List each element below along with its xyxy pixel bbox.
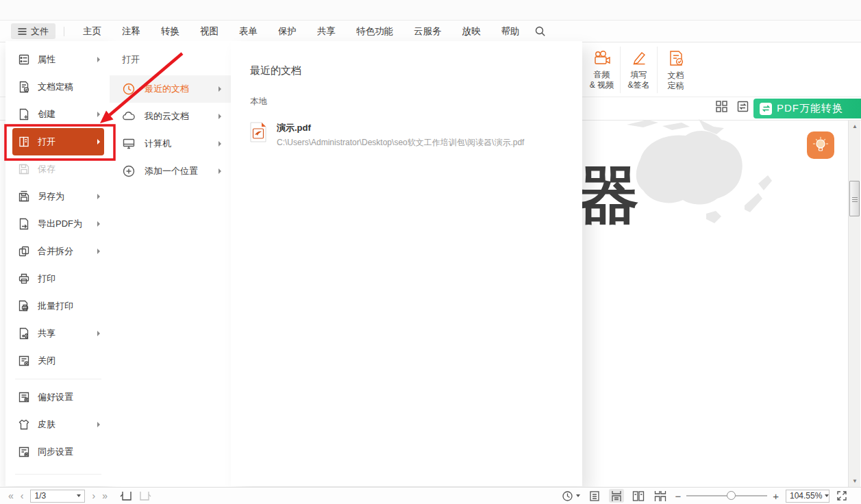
tab-convert[interactable]: 转换 (151, 21, 190, 42)
zoom-out-icon[interactable]: − (675, 490, 681, 502)
menu-divider (15, 379, 101, 379)
file-menu-item-share[interactable]: 共享 (12, 320, 104, 347)
file-menu-item-finalize[interactable]: 文档定稿 (12, 73, 104, 101)
tab-comment[interactable]: 注释 (112, 21, 151, 42)
recent-file-item[interactable]: 演示.pdf C:\Users\Administrator\Desktop\se… (250, 122, 582, 149)
audio-video-label-1: 音频 (590, 70, 614, 80)
add-place-icon (122, 164, 136, 178)
page-indicator: 1/3 (34, 491, 74, 501)
submenu-arrow (97, 249, 100, 254)
file-menu-label: 文件 (31, 25, 49, 38)
file-menu-item-open[interactable]: 打开 (12, 128, 104, 155)
vertical-scrollbar[interactable]: ▲ ▼ (848, 121, 860, 488)
title-bar (0, 0, 861, 21)
tab-cloud[interactable]: 云服务 (403, 21, 452, 42)
next-page-icon[interactable]: › (92, 491, 95, 501)
open-book-icon (18, 136, 30, 148)
file-menu-button[interactable]: 文件 (11, 23, 55, 39)
submenu-arrow (219, 141, 221, 147)
fill-sign-label-1: 填写 (627, 70, 649, 80)
tab-featured[interactable]: 特色功能 (346, 21, 403, 42)
file-menu-item-sync-settings[interactable]: 同步设置 (12, 438, 104, 466)
print-icon (18, 273, 30, 285)
save-icon (18, 163, 30, 175)
batch-print-icon (18, 300, 30, 312)
open-item-cloud-documents[interactable]: 我的云文档 (110, 103, 231, 130)
fill-sign-button[interactable]: 填写&签名 (621, 42, 657, 97)
scrollbar-thumb[interactable] (849, 181, 860, 216)
tab-protect[interactable]: 保护 (268, 21, 307, 42)
file-menu-item-skin[interactable]: 皮肤 (12, 411, 104, 438)
page-swap-icon[interactable] (736, 100, 749, 113)
file-menu-item-create[interactable]: 创建 (12, 101, 104, 128)
fill-sign-label-2: &签名 (627, 80, 649, 90)
submenu-arrow (219, 168, 221, 174)
single-page-view-icon[interactable] (587, 489, 602, 503)
local-section-label: 本地 (250, 96, 582, 108)
page-navigation: « ‹ 1/3 › » (8, 490, 151, 503)
file-menu-item-batch-print[interactable]: 批量打印 (12, 292, 104, 320)
pdf-convert-button[interactable]: PDF万能转换 (753, 99, 861, 118)
doc-export-icon (18, 218, 30, 230)
facing-continuous-view-icon[interactable] (653, 489, 668, 503)
doc-plus-icon (18, 108, 30, 121)
file-menu-item-preferences[interactable]: 偏好设置 (12, 383, 104, 411)
doc-close-icon (18, 355, 30, 367)
tab-view[interactable]: 视图 (190, 21, 229, 42)
submenu-arrow (97, 112, 100, 117)
zoom-in-icon[interactable]: + (773, 490, 779, 502)
page-combo-caret (77, 494, 81, 497)
file-menu-item-properties[interactable]: 属性 (12, 46, 104, 73)
scroll-up-icon[interactable]: ▲ (849, 121, 861, 131)
file-menu-item-print[interactable]: 打印 (12, 265, 104, 292)
first-page-icon[interactable]: « (8, 491, 14, 501)
tshirt-icon (18, 418, 30, 431)
tab-help[interactable]: 帮助 (491, 21, 530, 42)
open-item-recent-documents[interactable]: 最近的文档 (110, 75, 231, 103)
tips-lightbulb-button[interactable] (807, 131, 834, 159)
zoom-combo-caret (825, 494, 829, 497)
tab-present[interactable]: 放映 (452, 21, 491, 42)
doc-check-icon (18, 81, 30, 93)
submenu-arrow (97, 194, 100, 199)
thumbnail-grid-icon[interactable] (715, 100, 728, 113)
menu-divider (15, 474, 101, 475)
computer-icon (122, 137, 136, 151)
continuous-view-icon[interactable] (609, 489, 624, 503)
submenu-arrow (219, 86, 221, 92)
file-menu-item-close[interactable]: 关闭 (12, 347, 104, 375)
tab-form[interactable]: 表单 (229, 21, 268, 42)
search-icon[interactable] (534, 25, 546, 37)
doc-share-icon (18, 327, 30, 340)
zoom-level-combo[interactable]: 104.55% (786, 490, 829, 503)
facing-view-icon[interactable] (631, 489, 646, 503)
prev-page-icon[interactable]: ‹ (21, 491, 24, 501)
open-item-computer[interactable]: 计算机 (110, 130, 231, 158)
view-toolbar-icons (715, 100, 749, 113)
audio-video-button[interactable]: 音频& 视频 (584, 42, 620, 97)
page-number-combo[interactable]: 1/3 (30, 490, 85, 503)
fullscreen-icon[interactable] (836, 490, 847, 501)
scroll-down-icon[interactable]: ▼ (849, 475, 861, 486)
open-item-add-place[interactable]: 添加一个位置 (110, 158, 231, 185)
tab-home[interactable]: 主页 (73, 21, 112, 42)
submenu-arrow (219, 114, 221, 119)
recent-documents-title: 最近的文档 (250, 64, 582, 77)
tab-share[interactable]: 共享 (307, 21, 346, 42)
zoom-slider[interactable] (686, 495, 767, 496)
clock-icon (122, 82, 136, 96)
doc-finalize-label-1: 文档 (668, 71, 684, 81)
status-bar: « ‹ 1/3 › » − (0, 487, 861, 504)
recent-file-name: 演示.pdf (277, 122, 524, 134)
file-menu-item-save-as[interactable]: 另存为 (12, 183, 104, 210)
zoom-slider-thumb[interactable] (727, 491, 736, 500)
prev-view-icon[interactable] (120, 490, 132, 501)
open-submenu-panel: 打开 最近的文档 我的云文档 计算机 添加一个位置 (110, 41, 231, 486)
reading-history-icon[interactable] (562, 490, 580, 502)
doc-finalize-button[interactable]: 文档定稿 (658, 42, 694, 97)
sync-settings-icon (18, 446, 30, 458)
file-menu-item-export-pdf[interactable]: 导出PDF为 (12, 210, 104, 238)
last-page-icon[interactable]: » (102, 491, 108, 501)
doc-check-icon (667, 49, 685, 67)
file-menu-item-merge-split[interactable]: 合并拆分 (12, 238, 104, 265)
